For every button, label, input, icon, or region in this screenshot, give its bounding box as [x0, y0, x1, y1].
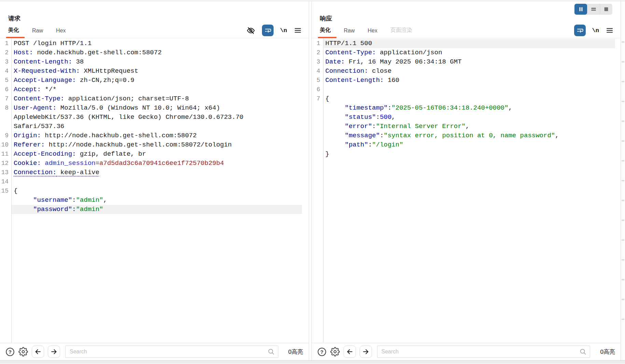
gear-icon: [330, 347, 340, 356]
code-line[interactable]: 11Accept-Encoding: gzip, deflate, br: [0, 150, 309, 159]
word-wrap-button[interactable]: [574, 25, 586, 36]
code-line[interactable]: 3Date: Fri, 16 May 2025 06:34:18 GMT: [312, 57, 621, 67]
code-line[interactable]: "status":500,: [312, 113, 621, 122]
code-line[interactable]: 7{: [312, 94, 621, 103]
line-number: 6: [312, 85, 323, 94]
tab-Raw[interactable]: Raw: [32, 28, 43, 38]
line-number: 4: [312, 67, 323, 76]
response-editor[interactable]: 1HTTP/1.1 5002Content-Type: application/…: [312, 38, 621, 343]
line-text: Date: Fri, 16 May 2025 06:34:18 GMT: [323, 57, 615, 67]
newline-toggle-button[interactable]: \n: [592, 27, 599, 34]
gutter-divider: [323, 38, 323, 343]
line-number: 4: [0, 67, 11, 76]
http-message-viewer: 请求 美化RawHex: [0, 1, 625, 360]
response-panel-title: 响应: [320, 14, 621, 23]
code-line[interactable]: AppleWebKit/537.36 (KHTML, like Gecko) C…: [0, 113, 309, 122]
stop-button[interactable]: [600, 4, 612, 15]
code-line[interactable]: "error":"Internal Server Error",: [312, 122, 621, 131]
settings-button[interactable]: [18, 347, 28, 356]
code-line[interactable]: 4Connection: close: [312, 67, 621, 76]
code-line[interactable]: "timestamp":"2025-05-16T06:34:18.240+000…: [312, 103, 621, 113]
line-number: 9: [0, 131, 11, 140]
word-wrap-icon: [264, 27, 272, 34]
code-line[interactable]: 6: [312, 85, 621, 94]
code-line[interactable]: 3Content-Length: 38: [0, 57, 309, 67]
menu-button[interactable]: [294, 26, 302, 34]
line-number: [312, 103, 323, 113]
line-text: Content-Type: application/json: [323, 48, 615, 57]
line-number: [312, 113, 323, 122]
code-line[interactable]: 7Content-Type: application/json; charset…: [0, 94, 309, 103]
code-line[interactable]: "path":"/login": [312, 140, 621, 150]
next-match-button[interactable]: [48, 346, 60, 358]
code-line[interactable]: 5Content-Length: 160: [312, 76, 621, 85]
tab-Hex[interactable]: Hex: [56, 28, 66, 38]
hide-value-button[interactable]: [246, 26, 255, 35]
request-editor[interactable]: 1POST /login HTTP/1.12Host: node.hackhub…: [0, 38, 309, 343]
horizontal-bars-button[interactable]: [587, 4, 600, 15]
code-line[interactable]: Safari/537.36: [0, 122, 309, 131]
prev-match-button[interactable]: [32, 346, 44, 358]
horizontal-bars-icon: [590, 6, 597, 13]
line-text: Connection: close: [323, 67, 615, 76]
code-line[interactable]: 5Accept-Language: zh-CN,zh;q=0.9: [0, 76, 309, 85]
code-line[interactable]: 13Connection: keep-alive: [0, 168, 309, 177]
word-wrap-button[interactable]: [262, 25, 274, 36]
response-tabbar: 美化RawHex页面渲染 \n: [312, 25, 621, 38]
line-text: Cookie: admin_session=a7d5dad3c6a70941c6…: [11, 159, 302, 168]
code-line[interactable]: 2Host: node.hackhub.get-shell.com:58072: [0, 48, 309, 57]
prev-match-button[interactable]: [344, 346, 356, 358]
code-line[interactable]: 8User-Agent: Mozilla/5.0 (Windows NT 10.…: [0, 103, 309, 113]
code-line[interactable]: 12Cookie: admin_session=a7d5dad3c6a70941…: [0, 159, 309, 168]
help-button[interactable]: ?: [5, 347, 15, 356]
next-match-button[interactable]: [360, 346, 372, 358]
code-line[interactable]: 4X-Requested-With: XMLHttpRequest: [0, 67, 309, 76]
tab-Raw[interactable]: Raw: [344, 28, 355, 38]
line-text: Accept-Language: zh-CN,zh;q=0.9: [11, 76, 302, 85]
line-number: 5: [312, 76, 323, 85]
tab-美化[interactable]: 美化: [8, 27, 19, 38]
panel-splitter[interactable]: [309, 1, 312, 360]
help-button[interactable]: ?: [317, 347, 327, 356]
line-text: Accept-Encoding: gzip, deflate, br: [11, 150, 302, 159]
code-line[interactable]: }: [312, 150, 621, 159]
newline-toggle-button[interactable]: \n: [280, 27, 287, 34]
line-text: Connection: keep-alive: [11, 168, 302, 177]
gutter-divider: [11, 38, 12, 343]
code-line[interactable]: 6Accept: */*: [0, 85, 309, 94]
search-input[interactable]: [377, 346, 591, 358]
code-line[interactable]: 14: [0, 177, 309, 186]
tab-Hex[interactable]: Hex: [368, 28, 377, 38]
gear-icon: [18, 347, 28, 356]
line-number: [312, 140, 323, 150]
line-text: Referer: http://node.hackhub.get-shell.c…: [11, 140, 302, 150]
line-number: 2: [312, 48, 323, 57]
window-edge-scrollbar[interactable]: [621, 1, 625, 360]
code-line[interactable]: 15{: [0, 186, 309, 196]
code-line[interactable]: "username":"admin",: [0, 196, 309, 205]
line-number: [312, 150, 323, 159]
line-text: "password":"admin": [11, 205, 302, 214]
menu-button[interactable]: [606, 26, 614, 34]
line-number: [0, 196, 11, 205]
request-panel-title: 请求: [8, 14, 309, 23]
line-text: Accept: */*: [11, 85, 302, 94]
code-line[interactable]: "message":"syntax error, position at 0, …: [312, 131, 621, 140]
search-input[interactable]: [65, 346, 278, 358]
line-number: [0, 205, 11, 214]
code-line[interactable]: 10Referer: http://node.hackhub.get-shell…: [0, 140, 309, 150]
line-text: Safari/537.36: [11, 122, 302, 131]
code-line[interactable]: 1POST /login HTTP/1.1: [0, 39, 309, 48]
tab-美化[interactable]: 美化: [320, 27, 331, 38]
code-line[interactable]: 9Origin: http://node.hackhub.get-shell.c…: [0, 131, 309, 140]
code-line[interactable]: 1HTTP/1.1 500: [312, 39, 621, 48]
line-number: [0, 122, 11, 131]
line-number: 7: [0, 94, 11, 103]
settings-button[interactable]: [330, 347, 340, 356]
eye-off-icon: [246, 26, 255, 35]
code-line[interactable]: "password":"admin": [0, 205, 309, 214]
response-panel: 响应 美化RawHex页面渲染 \n: [312, 1, 621, 360]
line-number: 7: [312, 94, 323, 103]
code-line[interactable]: 2Content-Type: application/json: [312, 48, 621, 57]
pause-button[interactable]: [574, 4, 587, 15]
